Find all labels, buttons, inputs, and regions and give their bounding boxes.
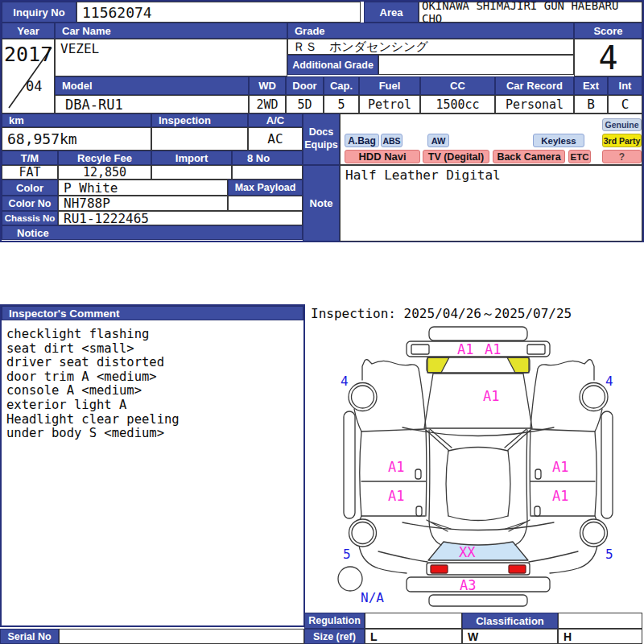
color-label: Color — [2, 180, 58, 196]
regulation-value — [365, 613, 462, 629]
rear-glass — [428, 542, 528, 560]
note-label: Note — [303, 165, 340, 242]
color-no-value: NH788P — [58, 196, 228, 211]
comment-line: checklight flashing — [6, 327, 299, 341]
int-label: Int — [608, 76, 642, 95]
regulation-label: Regulation — [304, 613, 365, 629]
mark-front-door-left: A1 — [388, 459, 404, 475]
car-name-label: Car Name — [55, 23, 287, 39]
score-label: Score — [574, 23, 642, 39]
mark-rear-door-left: A1 — [388, 488, 404, 504]
mark-rear-wheel-right: 5 — [605, 547, 613, 562]
door-handle-rear — [416, 506, 422, 516]
ext-label: Ext — [574, 76, 608, 95]
size-ref-label: Size (ref) — [304, 629, 365, 644]
badge-abs: ABS — [381, 134, 402, 147]
headlight-right — [527, 345, 545, 354]
rear-wheel — [349, 519, 377, 547]
mark-spare-tire: N/A — [361, 590, 384, 605]
badge-3rd-party: 3rd Party — [602, 134, 642, 147]
size-l-cell: L — [365, 629, 462, 644]
cap-label: Cap. — [324, 76, 359, 95]
comment-line: Headlight clear peeling — [6, 412, 299, 427]
badge-genuine: Genuine — [602, 118, 642, 131]
size-w-cell: W — [462, 629, 558, 644]
car-name-value: VEZEL — [55, 39, 287, 76]
docs-equips-label: Docs Equips — [303, 114, 340, 165]
mark-rear-wheel-left: 5 — [343, 547, 351, 562]
year-label: Year — [2, 23, 55, 39]
badge-etc: ETC — [568, 150, 591, 163]
km-value: 68,957km — [2, 127, 151, 151]
docs-label: Docs — [309, 126, 334, 139]
wd-value: 2WD — [249, 95, 286, 114]
model-value: DBA-RU1 — [55, 95, 249, 114]
ac-label: A/C — [248, 114, 303, 127]
comment-line: under body S <medium> — [6, 426, 299, 440]
door-label: Door — [286, 76, 324, 95]
comment-line: exterior light A — [6, 398, 299, 412]
comment-line: driver seat distorted — [6, 355, 299, 369]
hood-mark-right — [507, 357, 529, 373]
roof-panel-top — [429, 327, 527, 341]
mark-rear-bumper: A3 — [460, 577, 476, 593]
ext-value: B — [574, 95, 608, 114]
badge-tv: TV (Degital) — [423, 150, 489, 163]
cap-value: 5 — [324, 95, 359, 114]
inspector-comment-lines: checklight flashing seat dirt <small> dr… — [6, 327, 299, 440]
comment-line: console A <medium> — [6, 383, 299, 398]
equips-label: Equips — [304, 139, 338, 152]
tail-lamp-left — [431, 565, 448, 573]
grade-value: ＲＳ ホンダセンシング — [287, 39, 574, 55]
chassis-no-label: Chassis No — [2, 211, 58, 225]
max-payload-value — [228, 196, 303, 211]
max-payload-label: Max Payload — [228, 180, 303, 196]
mark-front-bumper-right: A1 — [485, 341, 501, 357]
mark-front-door-right: A1 — [552, 459, 568, 475]
car-damage-diagram: A1 A1 A1 A1 A1 A1 A1 XX A3 4 4 5 5 N/A — [306, 319, 644, 612]
fuel-label: Fuel — [359, 76, 420, 95]
windshield — [424, 374, 532, 428]
recycle-fee-value: 12,850 — [58, 165, 151, 180]
headlight-left — [411, 345, 429, 354]
eight-no-value — [232, 165, 303, 180]
rear-under-panel — [429, 595, 527, 606]
size-h-cell: H — [558, 629, 642, 644]
mark-front-wheel-left: 4 — [341, 374, 349, 389]
note-value: Half Leather Digital — [340, 165, 642, 242]
mark-windshield: A1 — [483, 388, 499, 404]
badge-hdd-navi: HDD Navi — [345, 150, 420, 163]
grade-label: Grade — [287, 23, 574, 39]
spare-tire — [338, 567, 362, 591]
door-value: 5D — [286, 95, 324, 114]
inquiry-no-label: Inquiry No — [2, 2, 76, 23]
inspection-value — [151, 127, 248, 151]
year-value: 2017 — [4, 43, 52, 66]
chassis-no-value: RU1-1222465 — [58, 211, 303, 225]
additional-grade-value — [378, 55, 574, 75]
comment-line: door trim A <medium> — [6, 369, 299, 384]
badge-airbag: A.Bag — [345, 134, 379, 147]
recycle-fee-label: Recyle Fee — [58, 151, 151, 165]
badge-back-camera: Back Camera — [493, 150, 565, 163]
tail-lamp-right — [509, 565, 526, 573]
wd-label: WD — [249, 76, 286, 95]
car-record-value: Personal — [495, 95, 574, 114]
mark-rear-door-right: A1 — [552, 488, 568, 504]
area-label: Area — [364, 2, 419, 23]
hood-mark-left — [427, 357, 449, 373]
area-value: OKINAWA SHIMAJIRI GUN HAEBARU CHO — [419, 2, 642, 23]
ac-value: AC — [248, 127, 303, 151]
mark-front-wheel-right: 4 — [605, 374, 613, 389]
rear-bumper-bar — [407, 577, 550, 592]
notice-label: Notice — [2, 225, 303, 240]
mark-front-bumper-left: A1 — [457, 341, 473, 357]
month-value: 04 — [26, 78, 42, 94]
import-label: Import — [151, 151, 232, 165]
cc-label: CC — [420, 76, 495, 95]
door-handle-front — [415, 469, 421, 479]
classification-label: Classification — [462, 613, 558, 629]
classification-value — [558, 613, 642, 629]
color-no-label: Color No — [2, 196, 58, 211]
int-value: C — [608, 95, 642, 114]
